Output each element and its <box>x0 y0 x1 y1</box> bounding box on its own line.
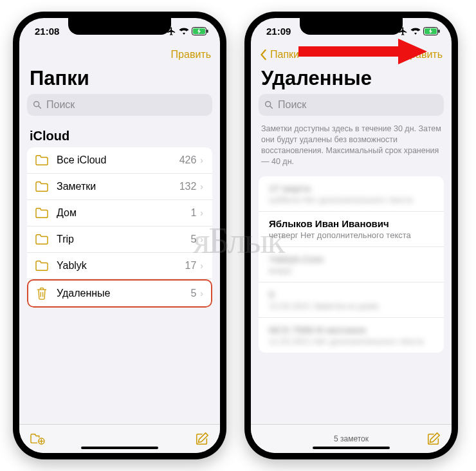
phone-deleted: 21:09 Папки Править Удаленные Поиск <box>244 12 458 459</box>
chevron-right-icon: › <box>200 234 203 245</box>
folder-row[interactable]: Дом 1 › <box>27 200 212 226</box>
notes-count: 5 заметок <box>334 434 369 443</box>
folder-label: Заметки <box>57 181 179 192</box>
notch <box>68 18 171 35</box>
folder-row[interactable]: Yablyk 17 › <box>27 253 212 279</box>
chevron-right-icon: › <box>200 155 203 165</box>
compose-button[interactable] <box>194 431 210 447</box>
folder-row[interactable]: Все iCloud 426 › <box>27 147 212 174</box>
compose-button[interactable] <box>426 431 441 447</box>
battery-icon <box>192 27 208 35</box>
notes-list: 17 марта суббота Нет дополнительного тек… <box>259 176 444 353</box>
folder-row[interactable]: Trip 5 › <box>27 226 212 253</box>
folder-label: Все iCloud <box>57 154 179 166</box>
chevron-right-icon: › <box>200 288 203 299</box>
note-sub: четверг Нет дополнительного текста <box>269 230 434 240</box>
search-icon <box>264 100 274 110</box>
status-time: 21:08 <box>35 26 59 37</box>
search-placeholder: Поиск <box>278 99 306 111</box>
info-text: Заметки доступны здесь в течение 30 дн. … <box>251 120 452 176</box>
wifi-icon <box>410 27 421 35</box>
folder-row-deleted[interactable]: Удаленные 5 › <box>27 279 212 308</box>
note-row[interactable]: Яблыков Иван Иванович четверг Нет дополн… <box>259 212 444 247</box>
svg-rect-8 <box>439 30 440 33</box>
folder-row[interactable]: Заметки 132 › <box>27 174 212 200</box>
svg-rect-2 <box>207 30 208 33</box>
notch <box>300 18 403 35</box>
note-row[interactable]: 0 12.03.2021 Заметка из дома <box>259 282 444 318</box>
search-placeholder: Поиск <box>46 99 75 111</box>
folder-icon <box>35 207 49 219</box>
note-row[interactable]: 17 марта суббота Нет дополнительного тек… <box>259 176 444 212</box>
note-title: 0 <box>269 289 434 300</box>
note-title: 17 марта <box>269 183 434 194</box>
battery-icon <box>423 27 440 35</box>
folder-label: Дом <box>57 207 190 219</box>
note-sub: суббота Нет дополнительного текста <box>269 195 434 205</box>
note-sub: 12.03.2021 Заметка из дома <box>269 301 434 311</box>
edit-button[interactable]: Править <box>171 49 211 60</box>
folder-count: 17 <box>185 260 197 272</box>
search-input[interactable]: Поиск <box>27 94 212 116</box>
note-title: NCS 7500-N матовое <box>269 324 434 335</box>
svg-point-9 <box>266 102 271 107</box>
home-indicator[interactable] <box>81 447 158 449</box>
note-sub: 11.03.2021 Нет дополнительного текста <box>269 337 434 346</box>
folder-count: 426 <box>179 154 197 166</box>
page-title: Удаленные <box>251 66 452 94</box>
folder-count: 1 <box>190 207 196 219</box>
nav-bar: Править <box>19 44 220 66</box>
svg-line-4 <box>39 106 41 108</box>
search-input[interactable]: Поиск <box>259 94 444 116</box>
chevron-left-icon <box>260 49 268 60</box>
note-row[interactable]: Yablyk.Com вчера <box>259 247 444 282</box>
note-title: Yablyk.Com <box>269 254 434 264</box>
folder-count: 132 <box>179 181 197 192</box>
folder-icon <box>35 260 49 272</box>
folder-count: 5 <box>190 234 196 245</box>
nav-bar: Папки Править <box>251 44 452 66</box>
folder-list: Все iCloud 426 › Заметки 132 › Дом 1 › <box>27 147 212 308</box>
note-sub: вчера <box>269 266 434 275</box>
section-header: iCloud <box>19 120 220 147</box>
folder-count: 5 <box>190 288 196 299</box>
chevron-right-icon: › <box>200 208 203 218</box>
phone-folders: 21:08 Править Папки Поиск iCloud <box>13 12 226 459</box>
wifi-icon <box>179 27 189 35</box>
chevron-right-icon: › <box>200 261 203 271</box>
chevron-right-icon: › <box>200 181 203 192</box>
folder-label: Trip <box>57 234 190 245</box>
trash-icon <box>35 286 49 300</box>
svg-line-10 <box>270 106 272 108</box>
edit-button[interactable]: Править <box>403 49 443 60</box>
svg-point-3 <box>34 102 39 107</box>
back-label: Папки <box>270 49 299 60</box>
back-button[interactable]: Папки <box>260 49 299 60</box>
folder-label: Удаленные <box>57 288 190 299</box>
new-folder-button[interactable] <box>30 431 45 447</box>
home-indicator[interactable] <box>313 447 390 449</box>
status-time: 21:09 <box>266 26 291 37</box>
folder-icon <box>35 181 49 192</box>
folder-label: Yablyk <box>57 260 185 272</box>
note-row[interactable]: NCS 7500-N матовое 11.03.2021 Нет дополн… <box>259 318 444 353</box>
folder-icon <box>35 154 49 166</box>
note-title: Яблыков Иван Иванович <box>269 218 434 229</box>
folder-icon <box>35 234 49 245</box>
page-title: Папки <box>19 66 220 94</box>
search-icon <box>32 100 42 110</box>
